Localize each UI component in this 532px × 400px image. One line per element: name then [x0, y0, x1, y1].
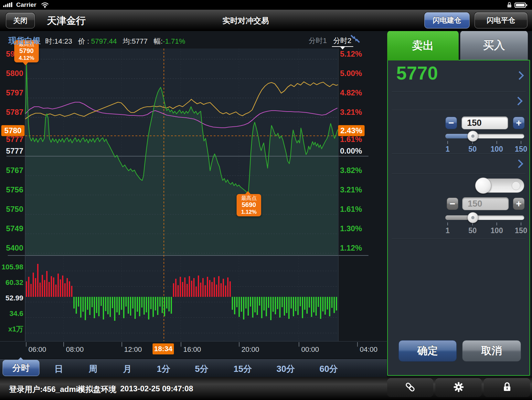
- right-axis-label: 5.12%: [340, 49, 369, 59]
- tab-intraday-2[interactable]: 分时2: [333, 36, 351, 46]
- flash-close-position-button[interactable]: 闪电平仓: [474, 12, 527, 28]
- order-price: 5770: [396, 62, 438, 84]
- collapse-chart-icon[interactable]: [350, 34, 360, 45]
- low-point-callout: 最高点 5690 1.12%: [237, 194, 261, 216]
- page-title: 实时对冲交易: [222, 16, 269, 26]
- status-bar: Carrier: [0, 0, 532, 10]
- period-tab[interactable]: 30分: [271, 363, 300, 375]
- slider-tick: [521, 222, 521, 225]
- slider-tick-label: 50: [463, 145, 482, 154]
- left-axis-label: 5797: [0, 88, 23, 97]
- max-spread-toggle[interactable]: [476, 178, 524, 193]
- cancel-button[interactable]: 取消: [462, 340, 521, 362]
- right-axis-label: 1.30%: [340, 224, 369, 233]
- quote-change-label: 幅:: [154, 37, 163, 45]
- app-root: Carrier 关闭 天津金行 实时对冲交易 闪电建仓 闪电平仓 现货白银 时:…: [0, 0, 532, 400]
- volume-axis-label: 52.99: [0, 294, 23, 302]
- period-tab-active[interactable]: 分时: [3, 360, 39, 376]
- slider-tick: [521, 141, 521, 144]
- current-time-badge: 18:34: [153, 343, 174, 354]
- period-tab[interactable]: 周: [79, 363, 108, 375]
- link-button[interactable]: [387, 378, 433, 397]
- time-label: 20:00: [241, 345, 259, 354]
- time-tick: [26, 342, 27, 347]
- tab-sell[interactable]: 卖出: [387, 31, 459, 60]
- spread-plus-button[interactable]: +: [513, 198, 525, 210]
- tab-intraday-1[interactable]: 分时1: [309, 36, 327, 46]
- environment-label: 模拟盘环境: [78, 384, 116, 395]
- time-label: 04:00: [360, 345, 378, 354]
- volume-axis-label: 60.32: [0, 278, 23, 287]
- left-axis-hidden-label: 5777: [0, 135, 23, 144]
- left-axis-label: 5756: [0, 185, 23, 194]
- callout-title: 最高点: [238, 195, 260, 201]
- right-axis-label: 4.82%: [340, 88, 369, 97]
- right-axis-label: 1.61%: [340, 205, 369, 214]
- slider-tick-label: 150: [511, 226, 531, 235]
- time-label: 08:00: [66, 345, 84, 354]
- right-axis-label: 3.82%: [340, 166, 369, 175]
- time-label: 00:00: [301, 345, 319, 354]
- callout-percent: 4.12%: [16, 55, 37, 61]
- volume-axis-label: 105.98: [0, 263, 23, 271]
- flash-open-position-button[interactable]: 闪电建仓: [424, 12, 470, 28]
- period-tab[interactable]: 5分: [187, 363, 216, 375]
- right-axis-label: 3.21%: [340, 108, 369, 117]
- slider-tick-label: 50: [463, 226, 482, 235]
- volume-axis-label: x1万: [0, 325, 23, 333]
- current-price-tag: 5780: [1, 125, 25, 136]
- intraday-chart-svg: [0, 31, 368, 341]
- left-axis-label: 5800: [0, 69, 23, 78]
- slider-tick: [496, 141, 497, 144]
- gear-icon: [453, 381, 464, 394]
- spread-minus-button[interactable]: −: [447, 198, 458, 210]
- right-axis-hidden-label: 1.61%: [340, 135, 362, 144]
- nav-bar: 关闭 天津金行 实时对冲交易 闪电建仓 闪电平仓: [0, 10, 532, 31]
- quote-change: -1.71%: [163, 37, 185, 45]
- slider-tick: [447, 141, 448, 144]
- slider-tick-label: 150: [511, 145, 531, 154]
- left-axis-label: 5767: [0, 166, 23, 175]
- chart-header: 现货白银 时:14:23 价 : 5797.44 均:5777 幅:-1.71%…: [0, 31, 368, 49]
- volume-axis-label: 34.6: [0, 309, 23, 318]
- settings-button[interactable]: [435, 378, 482, 397]
- period-tab[interactable]: 15分: [228, 363, 257, 375]
- spread-input[interactable]: [462, 197, 509, 210]
- close-button[interactable]: 关闭: [6, 13, 35, 28]
- left-axis-label: 5749: [0, 224, 23, 233]
- signal-strength-icon: [3, 3, 15, 8]
- lots-input[interactable]: [462, 116, 508, 129]
- right-axis-label: 1.12%: [340, 243, 369, 253]
- callout-percent: 1.12%: [238, 209, 260, 215]
- period-tab[interactable]: 月: [113, 363, 142, 375]
- period-tab-bar: 分时日周月1分5分15分30分60分: [0, 359, 387, 377]
- toggle-knob[interactable]: [475, 178, 491, 194]
- current-percent-tag: 2.43%: [338, 125, 365, 136]
- spread-slider[interactable]: [445, 215, 524, 220]
- time-label: 16:00: [183, 345, 201, 354]
- period-tab[interactable]: 日: [44, 363, 73, 375]
- lots-slider-knob[interactable]: [467, 131, 478, 142]
- right-axis-label: 5.00%: [340, 69, 369, 78]
- left-axis-label: 5787: [0, 108, 23, 117]
- period-tab[interactable]: 60分: [314, 363, 343, 375]
- period-tab[interactable]: 1分: [149, 363, 178, 375]
- right-axis-label: 3.21%: [340, 185, 369, 194]
- time-axis: 18:34 06:0008:0012:0016:0020:0000:0004:0…: [0, 341, 387, 359]
- lots-minus-button[interactable]: −: [445, 117, 457, 129]
- lock-button[interactable]: [484, 378, 530, 397]
- toggle-off-dimple: [512, 181, 520, 190]
- left-axis-label: 5777: [0, 146, 23, 156]
- login-user-label: 登录用户:456_admin: [9, 384, 83, 395]
- app-title: 天津金行: [47, 14, 86, 27]
- confirm-button[interactable]: 确定: [399, 340, 457, 362]
- slider-tick-label: 100: [487, 145, 506, 154]
- time-tick: [239, 342, 239, 347]
- slider-tick: [447, 222, 448, 225]
- symbol-name: 现货白银: [8, 35, 41, 46]
- lots-slider[interactable]: [445, 134, 524, 138]
- tab-buy[interactable]: 买入: [460, 31, 528, 60]
- time-label: 12:00: [124, 345, 142, 354]
- spread-slider-knob[interactable]: [467, 212, 478, 223]
- time-tick: [299, 342, 299, 347]
